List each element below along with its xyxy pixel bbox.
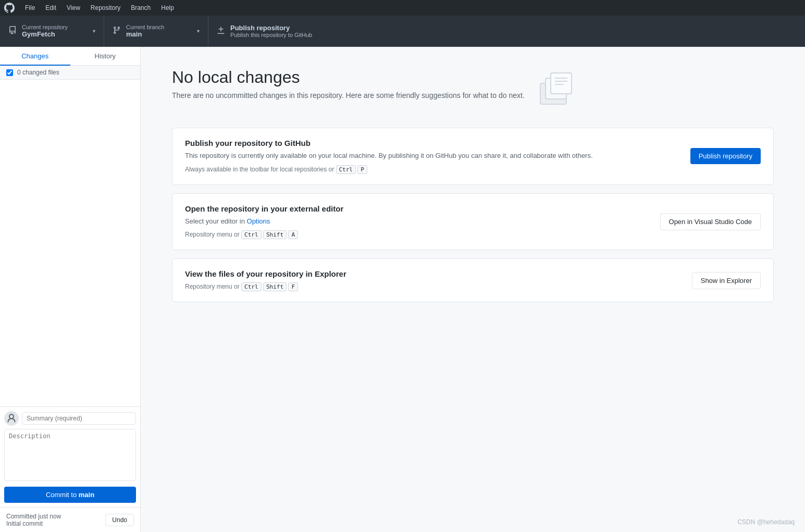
explorer-card: View the files of your repository in Exp… bbox=[172, 258, 774, 302]
publish-card-shortcut: Always available in the toolbar for loca… bbox=[185, 165, 680, 174]
undo-button[interactable]: Undo bbox=[105, 514, 134, 526]
publish-sub-label: Publish this repository to GitHub bbox=[230, 32, 315, 38]
editor-shortcut-prefix: Repository menu or bbox=[185, 231, 240, 238]
publish-info: Publish repository Publish this reposito… bbox=[230, 24, 315, 38]
github-logo-icon bbox=[4, 3, 15, 13]
publish-repository-button[interactable]: Publish repository Publish this reposito… bbox=[208, 16, 323, 46]
editor-card-description: Select your editor in Options bbox=[185, 216, 650, 227]
branch-chevron-icon: ▾ bbox=[197, 28, 200, 34]
commit-description-input[interactable] bbox=[4, 429, 136, 481]
commit-button-prefix: Commit to bbox=[46, 491, 79, 499]
commit-button-branch: main bbox=[79, 491, 94, 499]
editor-shortcut-a: A bbox=[288, 230, 298, 239]
tab-history[interactable]: History bbox=[70, 47, 141, 66]
no-changes-illustration bbox=[535, 68, 577, 111]
menu-bar: File Edit View Repository Branch Help bbox=[0, 0, 805, 16]
branch-label: Current branch bbox=[126, 24, 193, 30]
avatar bbox=[4, 411, 19, 426]
explorer-shortcut-f: F bbox=[288, 282, 298, 291]
repository-value: GymFetch bbox=[22, 30, 89, 38]
editor-card-shortcut: Repository menu or Ctrl Shift A bbox=[185, 230, 650, 239]
repository-chevron-icon: ▾ bbox=[93, 28, 95, 34]
publish-card-description: This repository is currently only availa… bbox=[185, 151, 680, 161]
editor-card: Open the repository in your external edi… bbox=[172, 193, 774, 251]
branch-info: Current branch main bbox=[126, 24, 193, 38]
publish-card: Publish your repository to GitHub This r… bbox=[172, 128, 774, 185]
publish-shortcut-prefix: Always available in the toolbar for loca… bbox=[185, 166, 334, 173]
menu-branch[interactable]: Branch bbox=[127, 3, 155, 13]
commit-summary-row bbox=[4, 411, 136, 426]
status-info: Committed just now Initial commit bbox=[6, 513, 105, 527]
repository-label: Current repository bbox=[22, 24, 89, 30]
no-changes-text: No local changes There are no uncommitte… bbox=[172, 68, 525, 100]
main-content: No local changes There are no uncommitte… bbox=[141, 47, 805, 532]
publish-shortcut-ctrl: Ctrl bbox=[336, 165, 356, 174]
branch-value: main bbox=[126, 30, 193, 38]
explorer-card-text: View the files of your repository in Exp… bbox=[185, 269, 682, 291]
committed-label: Committed just now bbox=[6, 513, 105, 520]
editor-desc-prefix: Select your editor in bbox=[185, 217, 245, 225]
repository-icon bbox=[8, 26, 17, 36]
menu-repository[interactable]: Repository bbox=[86, 3, 125, 13]
sidebar: Changes History 0 changed files Commit t bbox=[0, 47, 141, 532]
publish-icon bbox=[217, 26, 225, 36]
explorer-card-title: View the files of your repository in Exp… bbox=[185, 269, 682, 278]
initial-commit-label: Initial commit bbox=[6, 520, 105, 527]
menu-edit[interactable]: Edit bbox=[41, 3, 60, 13]
toolbar: Current repository GymFetch ▾ Current br… bbox=[0, 16, 805, 47]
no-changes-title: No local changes bbox=[172, 68, 525, 87]
explorer-shortcut-ctrl: Ctrl bbox=[241, 282, 262, 291]
watermark: CSDN @hehedadaq bbox=[737, 518, 795, 526]
file-list bbox=[0, 80, 140, 406]
publish-card-button[interactable]: Publish repository bbox=[690, 148, 761, 164]
sidebar-tabs: Changes History bbox=[0, 47, 140, 66]
explorer-shortcut-shift: Shift bbox=[263, 282, 287, 291]
editor-card-title: Open the repository in your external edi… bbox=[185, 204, 650, 213]
main-layout: Changes History 0 changed files Commit t bbox=[0, 47, 805, 532]
svg-rect-2 bbox=[551, 73, 572, 94]
menu-view[interactable]: View bbox=[63, 3, 84, 13]
options-link[interactable]: Options bbox=[247, 217, 270, 225]
publish-card-text: Publish your repository to GitHub This r… bbox=[185, 139, 680, 174]
repository-info: Current repository GymFetch bbox=[22, 24, 89, 38]
select-all-files-checkbox[interactable] bbox=[6, 69, 13, 76]
commit-summary-input[interactable] bbox=[22, 412, 136, 425]
publish-main-label: Publish repository bbox=[230, 24, 315, 32]
changed-files-count: 0 changed files bbox=[17, 69, 59, 76]
editor-shortcut-ctrl: Ctrl bbox=[241, 230, 262, 239]
open-vscode-button[interactable]: Open in Visual Studio Code bbox=[660, 213, 761, 230]
menu-help[interactable]: Help bbox=[157, 3, 178, 13]
explorer-shortcut-prefix: Repository menu or bbox=[185, 283, 240, 290]
show-in-explorer-button[interactable]: Show in Explorer bbox=[692, 272, 761, 289]
publish-card-title: Publish your repository to GitHub bbox=[185, 139, 680, 147]
current-repository-button[interactable]: Current repository GymFetch ▾ bbox=[0, 16, 104, 46]
menu-file[interactable]: File bbox=[21, 3, 39, 13]
tab-changes[interactable]: Changes bbox=[0, 47, 70, 66]
changed-files-bar: 0 changed files bbox=[0, 66, 140, 80]
commit-area: Commit to main bbox=[0, 406, 140, 507]
current-branch-button[interactable]: Current branch main ▾ bbox=[104, 16, 208, 46]
editor-shortcut-shift: Shift bbox=[263, 230, 287, 239]
commit-to-main-button[interactable]: Commit to main bbox=[4, 487, 136, 503]
branch-icon bbox=[113, 26, 121, 36]
publish-shortcut-p: P bbox=[357, 165, 367, 174]
no-changes-subtitle: There are no uncommitted changes in this… bbox=[172, 91, 525, 100]
explorer-card-shortcut: Repository menu or Ctrl Shift F bbox=[185, 282, 682, 291]
no-changes-header: No local changes There are no uncommitte… bbox=[172, 68, 774, 111]
editor-card-text: Open the repository in your external edi… bbox=[185, 204, 650, 240]
bottom-status-bar: Committed just now Initial commit Undo bbox=[0, 507, 140, 532]
